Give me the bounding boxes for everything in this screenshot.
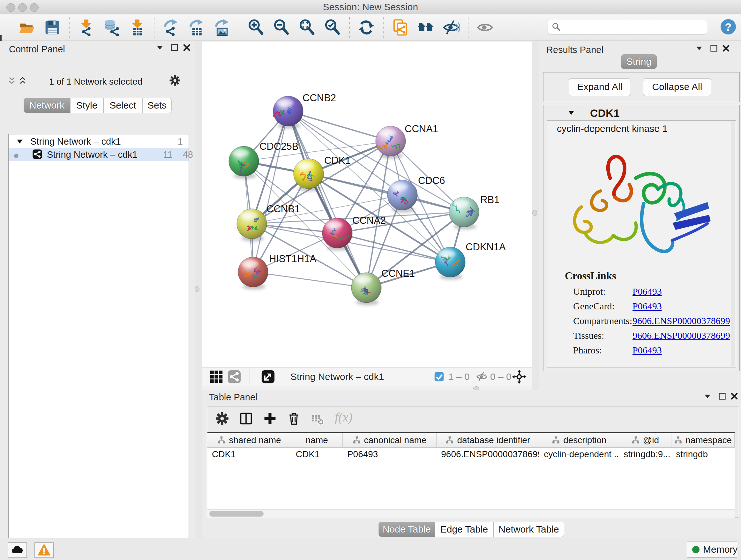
show-details-icon[interactable] bbox=[476, 19, 494, 36]
scrollbar-track[interactable] bbox=[731, 121, 735, 367]
import-network-icon[interactable] bbox=[77, 19, 95, 36]
network-canvas[interactable]: CCNB2CCNA1CDC25BCDK1CDC6RB1CCNB1CCNA2CDK… bbox=[202, 42, 532, 367]
column-header[interactable]: @id bbox=[619, 433, 671, 447]
table-cell[interactable]: stringdb bbox=[671, 448, 735, 461]
panel-close-icon[interactable] bbox=[730, 391, 739, 401]
network-node-CCNE1[interactable] bbox=[351, 273, 381, 303]
cloud-button[interactable] bbox=[8, 543, 27, 558]
show-columns-icon[interactable] bbox=[239, 412, 253, 426]
panel-menu-icon[interactable] bbox=[694, 44, 704, 53]
tab-sets[interactable]: Sets bbox=[142, 98, 172, 113]
column-header[interactable]: description bbox=[539, 433, 619, 447]
hidden-eye-slash-icon[interactable] bbox=[476, 371, 488, 382]
tab-style[interactable]: Style bbox=[70, 98, 104, 113]
column-header[interactable]: name bbox=[291, 433, 343, 447]
export-table-icon[interactable] bbox=[188, 19, 205, 36]
add-column-icon[interactable] bbox=[263, 412, 277, 426]
table-cell[interactable]: CDK1 bbox=[207, 448, 291, 461]
panel-float-icon[interactable] bbox=[709, 44, 719, 53]
crosslink-link[interactable]: P06493 bbox=[632, 345, 662, 356]
table-cell[interactable]: cyclin-dependent ... bbox=[539, 448, 619, 461]
copy-network-icon[interactable] bbox=[392, 19, 409, 36]
delete-table-icon[interactable] bbox=[311, 413, 324, 426]
node-table[interactable]: shared namenamecanonical namedatabase id… bbox=[207, 432, 735, 510]
export-image-icon[interactable] bbox=[213, 19, 231, 36]
table-cell[interactable]: stringdb:9... bbox=[619, 448, 671, 461]
network-node-CDC25B[interactable] bbox=[229, 146, 259, 176]
network-row-selected[interactable]: String Network – cdk1 11 48 bbox=[9, 148, 189, 161]
table-cell[interactable]: CDK1 bbox=[291, 448, 343, 461]
memory-button[interactable]: Memory bbox=[687, 541, 737, 558]
panel-splitter[interactable] bbox=[202, 386, 532, 390]
delete-column-icon[interactable] bbox=[287, 412, 301, 426]
chevrons-down-icon[interactable] bbox=[7, 76, 17, 85]
warnings-button[interactable] bbox=[35, 543, 54, 558]
gear-icon[interactable] bbox=[215, 412, 229, 426]
apply-layout-icon[interactable] bbox=[358, 19, 375, 36]
column-header[interactable]: canonical name bbox=[343, 433, 436, 447]
panel-menu-icon[interactable] bbox=[155, 43, 165, 52]
zoom-selected-icon[interactable] bbox=[324, 19, 341, 36]
two-houses-icon[interactable] bbox=[417, 19, 434, 36]
open-file-icon[interactable] bbox=[18, 19, 36, 36]
collapse-all-button[interactable]: Collapse All bbox=[643, 78, 711, 96]
network-edge[interactable] bbox=[288, 111, 391, 141]
hide-details-icon[interactable] bbox=[443, 19, 460, 36]
tab-network-table[interactable]: Network Table bbox=[493, 522, 564, 537]
tab-edge-table[interactable]: Edge Table bbox=[435, 522, 493, 537]
export-network-icon[interactable] bbox=[162, 19, 180, 36]
share-icon[interactable] bbox=[227, 370, 241, 384]
network-node-CDC6[interactable] bbox=[387, 180, 417, 210]
column-header[interactable]: namespace bbox=[671, 433, 735, 447]
column-header[interactable]: shared name bbox=[207, 433, 291, 447]
import-database-icon[interactable] bbox=[103, 19, 120, 36]
chevrons-up-icon[interactable] bbox=[18, 76, 27, 85]
table-cell[interactable]: P06493 bbox=[343, 448, 436, 461]
table-row[interactable]: CDK1CDK1P064939606.ENSP00000378699cyclin… bbox=[207, 448, 735, 461]
network-collection-row[interactable]: String Network – cdk1 1 bbox=[9, 136, 189, 148]
tab-string[interactable]: String bbox=[621, 54, 657, 69]
collapse-triangle-icon[interactable] bbox=[16, 138, 24, 146]
network-node-CCNA2[interactable] bbox=[322, 218, 352, 248]
zoom-in-icon[interactable] bbox=[247, 19, 265, 36]
grid-icon[interactable] bbox=[209, 370, 223, 384]
selected-checkbox-icon[interactable] bbox=[433, 371, 445, 382]
fit-selected-crosshair-icon[interactable] bbox=[512, 370, 526, 384]
search-input[interactable] bbox=[563, 21, 705, 34]
tab-select[interactable]: Select bbox=[104, 98, 142, 113]
network-node-RB1[interactable] bbox=[449, 197, 479, 227]
panel-float-icon[interactable] bbox=[170, 43, 179, 52]
panel-float-icon[interactable] bbox=[718, 391, 727, 401]
import-table-icon[interactable] bbox=[129, 19, 146, 36]
panel-close-icon[interactable] bbox=[182, 43, 192, 52]
gear-icon[interactable] bbox=[169, 75, 181, 86]
network-node-CDK1[interactable] bbox=[293, 159, 324, 189]
splitter-handle[interactable] bbox=[195, 286, 199, 292]
horizontal-scrollbar[interactable] bbox=[207, 509, 735, 518]
network-graph[interactable]: CCNB2CCNA1CDC25BCDK1CDC6RB1CCNB1CCNA2CDK… bbox=[202, 42, 532, 367]
network-node-HIST1H1A[interactable] bbox=[238, 257, 268, 287]
network-node-CCNA1[interactable] bbox=[376, 126, 406, 156]
crosslink-link[interactable]: 9606.ENSP00000378699 bbox=[632, 330, 730, 341]
splitter-handle[interactable] bbox=[532, 210, 537, 216]
column-header[interactable]: database identifier bbox=[436, 433, 539, 447]
network-edge[interactable] bbox=[253, 272, 366, 288]
network-node-CDKN1A[interactable] bbox=[435, 247, 465, 277]
zoom-out-icon[interactable] bbox=[273, 19, 290, 36]
table-cell[interactable]: 9606.ENSP00000378699 bbox=[436, 448, 539, 461]
save-session-icon[interactable] bbox=[44, 19, 61, 36]
network-node-CCNB1[interactable] bbox=[237, 209, 267, 239]
tab-network[interactable]: Network bbox=[23, 98, 70, 113]
scrollbar-thumb[interactable] bbox=[209, 511, 264, 516]
function-builder-icon[interactable]: f(x) bbox=[335, 410, 353, 425]
zoom-fit-icon[interactable] bbox=[298, 19, 316, 36]
crosslink-link[interactable]: 9606.ENSP00000378699 bbox=[632, 315, 730, 326]
expand-all-button[interactable]: Expand All bbox=[569, 78, 631, 96]
tab-node-table[interactable]: Node Table bbox=[379, 522, 435, 537]
panel-close-icon[interactable] bbox=[721, 44, 731, 53]
panel-menu-icon[interactable] bbox=[703, 391, 712, 401]
network-node-CCNB2[interactable] bbox=[273, 96, 303, 126]
crosslink-link[interactable]: P06493 bbox=[632, 301, 662, 312]
open-external-icon[interactable] bbox=[261, 370, 275, 384]
search-box[interactable] bbox=[548, 20, 707, 35]
